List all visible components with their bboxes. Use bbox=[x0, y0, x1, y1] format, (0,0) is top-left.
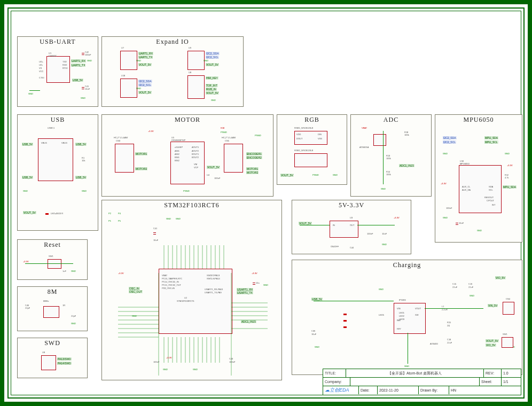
net-gnd: GND bbox=[23, 190, 28, 192]
pin: PC13_TAMPER-RTC bbox=[162, 277, 182, 280]
module-title: SWD bbox=[18, 339, 87, 347]
module-title: 5V-3.3V bbox=[292, 201, 411, 209]
pin: LED1 bbox=[399, 311, 404, 314]
pin-label: UD- bbox=[39, 64, 43, 66]
pin: VOUT bbox=[415, 307, 421, 310]
module-title: RGB bbox=[277, 116, 347, 123]
pin: AUX_CL bbox=[462, 185, 471, 188]
net: VOUT_5V bbox=[206, 91, 219, 95]
value: HC-2*1.5-6AW bbox=[114, 136, 128, 139]
part-number: IP5306 bbox=[399, 299, 406, 301]
net-gnd: GND bbox=[382, 243, 387, 246]
net-3v3: +3.3V bbox=[394, 216, 400, 219]
pin-label: UD+ bbox=[39, 60, 43, 63]
refdes: C19 bbox=[468, 283, 472, 285]
pin: VIN bbox=[397, 307, 401, 310]
net-gnd: GND bbox=[381, 188, 386, 190]
pin: BIN2 bbox=[175, 159, 179, 162]
value: 100k bbox=[386, 157, 391, 160]
led bbox=[343, 314, 347, 315]
net: I2C2_SDA bbox=[206, 52, 220, 55]
schematic-sheet: USB-UART U1 CH340C UART1_RX UART1_TX USB… bbox=[0, 0, 532, 406]
wire bbox=[383, 131, 384, 184]
net-3v3: +3.3V bbox=[148, 130, 154, 132]
header-u7 bbox=[120, 51, 137, 70]
pin-label: TXD bbox=[62, 60, 67, 63]
net-gnd: GND bbox=[71, 322, 76, 325]
label-rev: REV: bbox=[484, 369, 502, 377]
refdes: U18 bbox=[121, 74, 125, 77]
pin: IN bbox=[333, 224, 335, 227]
cap-c42 bbox=[82, 52, 84, 56]
value: 10u bbox=[256, 282, 260, 284]
date-value: 2022-11-20 bbox=[378, 386, 419, 394]
net-gnd: GND bbox=[28, 92, 33, 95]
net-3v3: +3.3V bbox=[23, 260, 29, 263]
refdes: C44 bbox=[350, 246, 354, 249]
net: USB_5V bbox=[75, 143, 87, 146]
net-gnd: GND bbox=[81, 97, 85, 99]
net: PGND bbox=[312, 174, 319, 176]
module-title: Charging bbox=[292, 261, 522, 269]
project-title: 【全开源】Atom-Bot 桌面机器人 bbox=[346, 369, 484, 377]
pin: OUT bbox=[350, 224, 354, 227]
drawn-value: HN bbox=[449, 386, 521, 394]
net-3v3: +3.3V bbox=[252, 272, 257, 275]
pin: AIN1 bbox=[175, 150, 179, 152]
value: 100nF bbox=[229, 361, 235, 363]
net-gnd: GND bbox=[211, 99, 216, 102]
value: 100nF bbox=[446, 207, 452, 209]
pin: LED2 bbox=[399, 315, 404, 317]
testpoint: P4 bbox=[118, 212, 121, 215]
value: 8MHz bbox=[43, 300, 49, 302]
module-reset: Reset +3.3V SW1 GND 1uF bbox=[17, 239, 88, 280]
header-u18 bbox=[120, 79, 137, 98]
refdes: U8 bbox=[42, 351, 45, 354]
pin: KEY bbox=[397, 327, 401, 330]
module-usb-uart: USB-UART U1 CH340C UART1_RX UART1_TX USB… bbox=[17, 36, 98, 107]
net-gnd: GND bbox=[193, 368, 198, 371]
net: VOUT_5V bbox=[207, 166, 220, 169]
net: UART1_RX bbox=[138, 52, 153, 55]
value: 22uF bbox=[452, 286, 457, 288]
cap-c41 bbox=[153, 231, 156, 236]
module-title: USB-UART bbox=[18, 38, 98, 45]
label-title: TITLE: bbox=[323, 369, 346, 377]
header-u9 bbox=[187, 51, 205, 70]
net: ENCODER1 bbox=[246, 152, 262, 155]
net-gnd: GND bbox=[176, 217, 181, 220]
net: UART1_TX bbox=[138, 56, 153, 59]
refdes: C41 bbox=[153, 227, 157, 230]
net-usb5v: USB_5V bbox=[72, 79, 83, 82]
refdes: H18 bbox=[221, 127, 224, 129]
label-sheet: Sheet: bbox=[480, 378, 502, 386]
net-uart1-tx: UART1_TX bbox=[71, 64, 85, 67]
wire bbox=[314, 301, 394, 301]
wire bbox=[29, 90, 40, 91]
module-title: USB bbox=[18, 116, 98, 123]
wire bbox=[25, 263, 73, 264]
module-title: Expand IO bbox=[102, 38, 243, 45]
chip-u12 bbox=[373, 134, 386, 146]
net: USART1_TX bbox=[237, 291, 253, 294]
refdes: C39 bbox=[311, 330, 315, 332]
net: USB_5V bbox=[22, 143, 33, 146]
pin: VCP bbox=[194, 166, 198, 169]
module-title: Reset bbox=[18, 241, 87, 248]
led-usr bbox=[45, 213, 49, 215]
value: LED=0603 R bbox=[51, 212, 63, 215]
module-title: STM32F103RCT6 bbox=[102, 201, 281, 209]
pin: SW bbox=[415, 314, 418, 316]
wire bbox=[300, 225, 330, 225]
pin: USART1_RX-PA10 bbox=[205, 288, 223, 291]
net-gnd: GND bbox=[263, 284, 268, 286]
net: ADC1_IN15 bbox=[241, 320, 256, 323]
value: 4.7k bbox=[505, 176, 509, 179]
pin: AOUT2 bbox=[192, 150, 199, 152]
usb-c-connector bbox=[38, 138, 73, 181]
value: 100k bbox=[386, 173, 391, 176]
net: I2C2_SDA bbox=[443, 136, 457, 139]
module-motor: MOTOR U5 DRV8833PWP CN3 HC-2*1.5-6AW CN5… bbox=[101, 114, 273, 197]
header-swd bbox=[41, 355, 56, 370]
value: HC-2*1.5-6AW bbox=[222, 136, 236, 139]
